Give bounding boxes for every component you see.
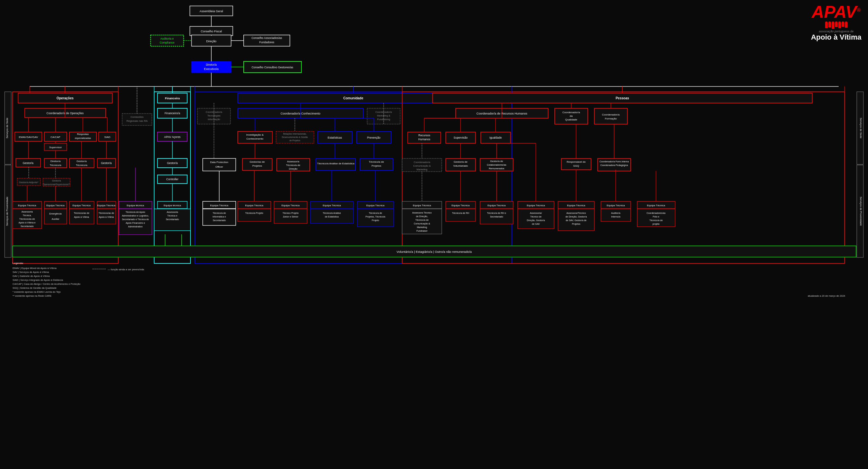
- svg-rect-114: [157, 108, 187, 118]
- svg-text:Gestor/a: Gestor/a: [76, 160, 87, 163]
- person-icon: [838, 22, 841, 28]
- svg-text:Direção: Direção: [289, 167, 298, 170]
- svg-text:Desenvolvimento & Gestão: Desenvolvimento & Gestão: [282, 136, 308, 138]
- svg-text:Operacional/Supervisora**: Operacional/Supervisora**: [43, 183, 70, 186]
- svg-text:Projetos: Projetos: [572, 223, 581, 225]
- svg-text:Equipa Técnica: Equipa Técnica: [323, 204, 341, 207]
- svg-text:de Projetos: de Projetos: [289, 139, 301, 142]
- person-icon: [832, 22, 834, 29]
- svg-text:Comissões: Comissões: [130, 116, 144, 119]
- svg-text:Fundadores: Fundadores: [259, 40, 274, 44]
- svg-rect-56: [44, 143, 67, 151]
- svg-text:Conselho Associados/as: Conselho Associados/as: [252, 36, 282, 40]
- svg-rect-120: [157, 175, 187, 184]
- svg-text:Equipa Técnica: Equipa Técnica: [367, 204, 385, 207]
- svg-text:Informática e: Informática e: [213, 216, 226, 218]
- svg-rect-190: [360, 158, 393, 170]
- svg-text:Apoio à Vítima e: Apoio à Vítima e: [19, 221, 35, 224]
- svg-text:Marketing &: Marketing &: [377, 114, 390, 117]
- svg-text:Assessora Técnico: Assessora Técnico: [412, 212, 432, 214]
- svg-text:Direção, Gestor/a: Direção, Gestor/a: [527, 219, 545, 222]
- svg-text:Técnica e: Técnica e: [167, 215, 177, 217]
- svg-rect-40: [15, 132, 42, 141]
- pessoas-section: [402, 92, 844, 263]
- svg-text:Marketing: Marketing: [417, 168, 428, 171]
- diretor-executivo-node: Diretor/a Executivo/a: [191, 61, 231, 73]
- svg-text:Gestor/a Adjunto*: Gestor/a Adjunto*: [19, 181, 39, 184]
- svg-text:Técnico/a de: Técnico/a de: [649, 219, 663, 221]
- svg-text:SIAD: SIAD: [104, 136, 111, 138]
- svg-text:Equipa Técnica: Equipa Técnica: [452, 204, 470, 207]
- svg-text:Coordenadores/as: Coordenadores/as: [647, 212, 665, 214]
- financeira-section: [154, 92, 190, 263]
- svg-text:Secretariado: Secretariado: [21, 225, 34, 227]
- svg-text:Coordenador/a: Coordenador/a: [414, 161, 431, 164]
- svg-text:Gestor/a: Gestor/a: [23, 161, 34, 165]
- svg-text:Secretariado: Secretariado: [166, 218, 179, 220]
- svg-text:APAV Açores: APAV Açores: [164, 135, 181, 138]
- svg-text:Gestor/a: Gestor/a: [52, 180, 61, 182]
- svg-text:Serviços de Proximidade: Serviços de Proximidade: [6, 196, 8, 226]
- svg-text:Equipa Técnica: Equipa Técnica: [567, 204, 586, 207]
- svg-text:Supervisão: Supervisão: [454, 136, 468, 139]
- svg-rect-254: [402, 158, 442, 171]
- svg-text:Interno/a: Interno/a: [611, 216, 620, 218]
- svg-text:Supervisor: Supervisor: [49, 146, 62, 149]
- direcao-node: Direção: [191, 35, 231, 46]
- svg-text:Equipa Técnica: Equipa Técnica: [527, 204, 546, 207]
- svg-text:Comunicação &: Comunicação &: [413, 164, 431, 167]
- svg-rect-112: [157, 93, 187, 103]
- svg-text:Coordenador/a Form.Interna: Coordenador/a Form.Interna: [599, 160, 629, 163]
- svg-text:Técnico/a Análise de Estatísti: Técnico/a Análise de Estatística: [317, 162, 355, 165]
- svg-rect-308: [558, 209, 594, 231]
- svg-rect-167: [356, 131, 391, 143]
- svg-text:Equipa Técnica: Equipa Técnica: [647, 204, 665, 207]
- svg-rect-73: [17, 178, 40, 186]
- svg-rect-134: [119, 201, 152, 209]
- svg-rect-241: [408, 132, 441, 143]
- svg-rect-175: [203, 158, 236, 171]
- svg-text:Legenda:: Legenda:: [12, 262, 24, 265]
- svg-text:Equipa Técnica: Equipa Técnica: [97, 204, 116, 207]
- svg-text:Técnico/a de: Técnico/a de: [286, 164, 301, 167]
- svg-text:Formação: Formação: [605, 117, 617, 120]
- svg-text:Gestor/a de: Gestor/a de: [454, 160, 467, 163]
- svg-text:Equipa Técnica: Equipa Técnica: [488, 204, 506, 207]
- svg-text:Equipa Técnica: Equipa Técnica: [413, 204, 432, 207]
- svg-rect-76: [43, 178, 70, 186]
- svg-rect-36: [25, 108, 106, 118]
- auditoria-node: Auditoria e Compliance: [151, 35, 184, 46]
- svg-text:Técnico Projeto: Técnico Projeto: [283, 212, 299, 215]
- svg-rect-93: [69, 201, 94, 209]
- svg-rect-297: [518, 201, 554, 209]
- svg-text:Equipa Técnica: Equipa Técnica: [73, 204, 91, 207]
- svg-rect-194: [203, 201, 236, 209]
- svg-rect-100: [97, 209, 116, 224]
- svg-text:Informação: Informação: [208, 118, 220, 121]
- svg-text:Financeira: Financeira: [165, 97, 180, 100]
- svg-text:de Direção, Gestor/a: de Direção, Gestor/a: [565, 216, 587, 218]
- svg-text:Executivo/a: Executivo/a: [204, 67, 219, 71]
- svg-rect-218: [357, 201, 394, 209]
- logo-title: Apoio à Vítima: [811, 33, 861, 41]
- org-chart-svg: Assembleia Geral Conselho Fiscal Auditor…: [0, 0, 868, 469]
- svg-rect-165: [318, 131, 352, 143]
- svg-text:Apoio à Vítima: Apoio à Vítima: [99, 216, 114, 218]
- svg-rect-306: [558, 201, 594, 209]
- svg-text:especializadas: especializadas: [74, 137, 91, 139]
- svg-text:Serviços de Sede: Serviços de Sede: [860, 118, 862, 138]
- svg-rect-44: [69, 132, 96, 141]
- svg-text:Coordenador/a: Coordenador/a: [562, 111, 580, 114]
- svg-rect-151: [238, 108, 363, 118]
- svg-rect-232: [555, 108, 588, 124]
- svg-text:Coordenador/a de Operações: Coordenador/a de Operações: [46, 112, 84, 115]
- svg-text:de Direção,: de Direção,: [416, 215, 428, 218]
- svg-text:Serviços de Proximidade: Serviços de Proximidade: [860, 197, 862, 226]
- assembleia-geral-node: Assembleia Geral: [190, 6, 233, 16]
- comunidade-section: [195, 92, 512, 263]
- svg-text:Recursos: Recursos: [418, 134, 430, 137]
- svg-rect-111: [154, 92, 190, 263]
- svg-rect-136: [119, 209, 152, 234]
- svg-rect-288: [446, 209, 475, 221]
- svg-text:Equipa Técnica: Equipa Técnica: [245, 204, 264, 207]
